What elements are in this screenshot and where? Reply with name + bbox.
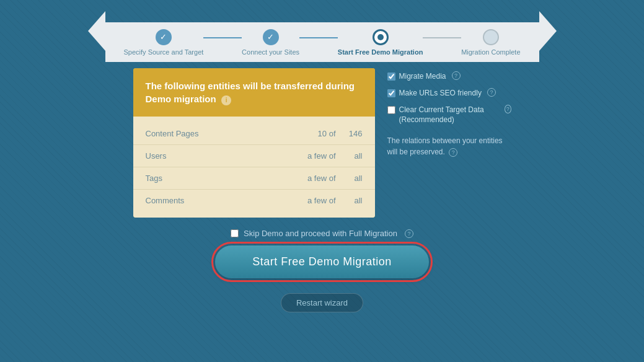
entity-name-comments: Comments [146,196,307,205]
left-panel: The following entities will be transferr… [133,68,375,218]
start-free-demo-button[interactable]: Start Free Demo Migration [215,245,429,278]
skip-demo-help-icon[interactable]: ? [405,229,413,238]
entity-name-users: Users [146,151,307,161]
checkmark-icon-connect: ✓ [267,32,274,42]
step-label-connect: Connect your Sites [242,48,299,56]
entity-name-tags: Tags [146,174,307,183]
option-clear-target: Clear Current Target Data (Recommended) … [387,105,511,126]
seo-friendly-help-icon[interactable]: ? [487,88,496,97]
step-source: ✓ Specify Source and Target [124,29,204,56]
panel-header: The following entities will be transferr… [133,68,375,117]
entity-total-comments: all [341,196,363,205]
entity-count-pages: 10 of [318,129,336,138]
migrate-media-help-icon[interactable]: ? [452,71,461,80]
skip-demo-row: Skip Demo and proceed with Full Migratio… [0,229,644,238]
ribbon-left-arrow [88,11,105,51]
ribbon-right-arrow [539,11,557,51]
step-demo: Start Free Demo Migration [338,29,423,56]
seo-friendly-label: Make URLs SEO friendly [399,88,482,99]
panel-header-text: The following entities will be transferr… [146,81,355,104]
clear-target-help-icon[interactable]: ? [505,105,511,113]
step-label-complete: Migration Complete [461,48,520,56]
clear-target-checkbox[interactable] [387,106,395,114]
active-dot [377,34,384,40]
entity-row-users: Users a few of all [133,145,375,167]
connector-1 [203,37,242,38]
clear-target-label: Clear Current Target Data (Recommended) [399,105,500,126]
step-circle-source: ✓ [156,29,172,45]
entity-total-users: all [341,151,363,161]
connector-3 [423,37,461,38]
step-connect: ✓ Connect your Sites [242,29,299,56]
main-content: The following entities will be transferr… [0,68,644,218]
step-label-demo: Start Free Demo Migration [338,48,423,56]
relations-help-icon[interactable]: ? [449,148,457,157]
start-button-wrapper: Start Free Demo Migration [0,245,644,278]
step-circle-complete [483,29,499,45]
entity-row-tags: Tags a few of all [133,167,375,190]
entity-total-tags: all [341,174,363,183]
relations-note: The relations between your entities will… [387,135,511,157]
panel-info-icon[interactable]: i [221,95,231,105]
entity-name-pages: Content Pages [146,129,318,138]
ribbon-wrapper: ✓ Specify Source and Target ✓ Connect yo… [105,0,539,62]
step-circle-demo [373,29,389,45]
step-complete: Migration Complete [461,29,520,56]
restart-wizard-wrapper: Restart wizard [0,293,644,312]
skip-demo-label: Skip Demo and proceed with Full Migratio… [244,229,397,238]
entity-total-pages: 146 [341,129,363,138]
entity-row-comments: Comments a few of all [133,190,375,211]
option-migrate-media: Migrate Media ? [387,71,511,82]
entity-count-users: a few of [307,151,336,161]
connector-2 [299,37,338,38]
migrate-media-checkbox[interactable] [387,73,395,81]
panel-body: Content Pages 10 of 146 Users a few of a… [133,117,375,218]
migrate-media-label: Migrate Media [399,71,446,82]
entity-count-comments: a few of [307,196,336,205]
step-circle-connect: ✓ [263,29,279,45]
skip-demo-checkbox[interactable] [231,229,239,237]
option-seo-friendly: Make URLs SEO friendly ? [387,88,511,99]
restart-wizard-button[interactable]: Restart wizard [281,293,363,312]
ribbon: ✓ Specify Source and Target ✓ Connect yo… [105,22,539,62]
seo-friendly-checkbox[interactable] [387,89,395,97]
right-panel: Migrate Media ? Make URLs SEO friendly ?… [387,68,511,157]
entity-count-tags: a few of [307,174,336,183]
step-label-source: Specify Source and Target [124,48,204,56]
entity-row-pages: Content Pages 10 of 146 [133,123,375,145]
checkmark-icon-source: ✓ [160,32,167,42]
